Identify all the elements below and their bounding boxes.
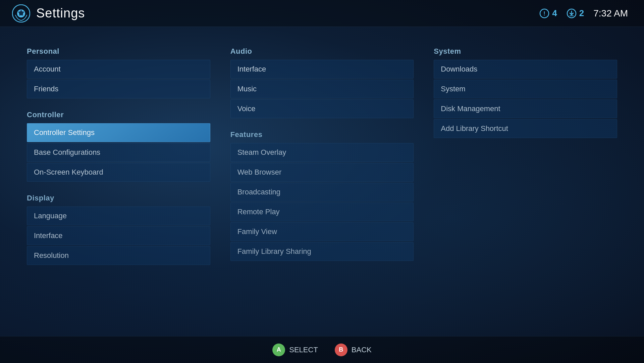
b-button-label: B (339, 346, 343, 353)
menu-item-on-screen-keyboard[interactable]: On-Screen Keyboard (27, 163, 210, 182)
menu-item-controller-settings[interactable]: Controller Settings (27, 123, 210, 142)
menu-item-add-library-shortcut[interactable]: Add Library Shortcut (434, 119, 617, 138)
menu-list-audio: InterfaceMusicVoice (230, 60, 414, 118)
menu-item-system-item[interactable]: System (434, 80, 617, 98)
menu-item-base-configurations[interactable]: Base Configurations (27, 143, 210, 162)
bottom-bar: A SELECT B BACK (0, 336, 644, 363)
header: Settings ! 4 2 7:32 AM (0, 0, 644, 27)
menu-item-remote-play[interactable]: Remote Play (230, 202, 414, 221)
menu-item-family-library-sharing[interactable]: Family Library Sharing (230, 242, 414, 261)
section-title-features: Features (230, 130, 414, 139)
column-system-col: SystemDownloadsSystemDisk ManagementAdd … (434, 47, 617, 316)
column-personal-controller-display: PersonalAccountFriendsControllerControll… (27, 47, 210, 316)
b-button-circle: B (335, 344, 347, 356)
section-title-display: Display (27, 194, 210, 202)
menu-item-interface-audio[interactable]: Interface (230, 60, 414, 79)
alert-count: 4 (552, 8, 557, 18)
a-button-circle: A (272, 344, 285, 356)
menu-item-music[interactable]: Music (230, 80, 414, 98)
menu-item-account[interactable]: Account (27, 60, 210, 79)
section-title-personal: Personal (27, 47, 210, 56)
download-icon (567, 8, 577, 18)
menu-item-web-browser[interactable]: Web Browser (230, 163, 414, 182)
select-label: SELECT (289, 346, 318, 354)
back-button[interactable]: B BACK (335, 344, 372, 356)
menu-list-display: LanguageInterfaceResolution (27, 207, 210, 265)
section-title-system: System (434, 47, 617, 56)
select-button[interactable]: A SELECT (272, 344, 318, 356)
section-title-audio: Audio (230, 47, 414, 56)
menu-item-downloads[interactable]: Downloads (434, 60, 617, 79)
menu-list-personal: AccountFriends (27, 60, 210, 98)
a-button-label: A (277, 346, 281, 353)
back-label: BACK (352, 346, 372, 354)
menu-item-interface-display[interactable]: Interface (27, 226, 210, 245)
column-audio-features: AudioInterfaceMusicVoiceFeaturesSteam Ov… (230, 47, 414, 316)
alert-group: ! 4 (539, 8, 557, 18)
menu-item-broadcasting[interactable]: Broadcasting (230, 183, 414, 201)
menu-list-features: Steam OverlayWeb BrowserBroadcastingRemo… (230, 143, 414, 261)
menu-item-voice[interactable]: Voice (230, 99, 414, 118)
download-group: 2 (567, 8, 584, 18)
menu-item-resolution[interactable]: Resolution (27, 246, 210, 265)
menu-item-family-view[interactable]: Family View (230, 222, 414, 241)
download-count: 2 (579, 8, 584, 18)
menu-list-controller: Controller SettingsBase ConfigurationsOn… (27, 123, 210, 182)
menu-item-language[interactable]: Language (27, 207, 210, 225)
svg-text:!: ! (544, 11, 545, 16)
header-left: Settings (12, 4, 85, 22)
menu-list-system: DownloadsSystemDisk ManagementAdd Librar… (434, 60, 617, 138)
section-title-controller: Controller (27, 110, 210, 119)
page-title: Settings (36, 6, 85, 20)
steam-logo-icon (12, 4, 30, 22)
svg-point-2 (19, 11, 23, 15)
main-content: PersonalAccountFriendsControllerControll… (0, 27, 644, 336)
menu-item-friends[interactable]: Friends (27, 80, 210, 98)
header-right: ! 4 2 7:32 AM (539, 8, 628, 19)
menu-item-steam-overlay[interactable]: Steam Overlay (230, 143, 414, 162)
clock: 7:32 AM (593, 8, 628, 19)
menu-item-disk-management[interactable]: Disk Management (434, 99, 617, 118)
alert-icon: ! (539, 8, 549, 18)
